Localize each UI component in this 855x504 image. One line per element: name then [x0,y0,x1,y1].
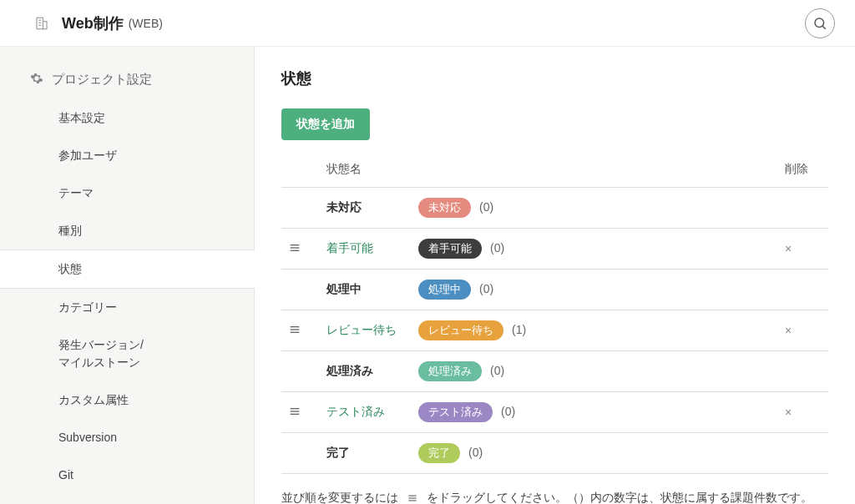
sidebar-heading-text: プロジェクト設定 [52,72,152,88]
status-name[interactable]: テスト済み [320,392,412,433]
sidebar-item[interactable]: Subversion [0,419,254,456]
page-title: 状態 [281,68,828,88]
delete-icon[interactable]: × [785,242,792,255]
sidebar-item[interactable]: カスタム属性 [0,381,254,419]
status-badge: レビュー待ち [418,320,503,340]
hint-text: 並び順を変更するには をドラッグしてください。（）内の数字は、状態に属する課題件… [281,489,828,504]
sidebar-item[interactable]: 発生バージョン/ マイルストーン [0,326,254,381]
status-count: (0) [479,282,493,295]
sidebar-item[interactable]: 状態 [0,249,255,289]
drag-handle-icon[interactable] [288,323,301,336]
status-count: (1) [512,323,526,336]
status-count: (0) [479,200,493,214]
svg-point-5 [815,18,824,28]
search-icon [812,16,827,31]
delete-icon[interactable]: × [785,324,792,337]
svg-rect-0 [37,18,43,29]
status-count: (0) [490,241,504,255]
status-table: 状態名 削除 未対応未対応(0)着手可能着手可能(0)×処理中処理中(0)レビュ… [281,152,828,474]
status-badge: 完了 [418,443,460,463]
sidebar-item[interactable]: テーマ [0,174,254,212]
table-row: レビュー待ちレビュー待ち(1)× [281,310,828,351]
drag-handle-icon[interactable] [288,241,301,255]
column-header-name: 状態名 [320,152,778,188]
status-badge: 着手可能 [418,239,482,259]
drag-icon [407,492,418,504]
sidebar-heading: プロジェクト設定 [0,65,254,99]
drag-handle-icon[interactable] [288,405,301,418]
add-status-button[interactable]: 状態を追加 [281,108,370,140]
main-content: 状態 状態を追加 状態名 削除 未対応未対応(0)着手可能着手可能(0)×処理中… [255,47,855,504]
table-row: テスト済みテスト済み(0)× [281,392,828,433]
sidebar-item[interactable]: カテゴリー [0,289,254,326]
header: Web制作 (WEB) [0,0,855,47]
sidebar-item[interactable]: 参加ユーザ [0,137,254,174]
table-row: 処理中処理中(0) [281,270,828,310]
status-name[interactable]: 着手可能 [320,229,412,270]
svg-rect-1 [43,21,48,28]
sidebar: プロジェクト設定 基本設定参加ユーザテーマ種別状態カテゴリー発生バージョン/ マ… [0,47,255,504]
sidebar-item[interactable]: インテグレーション [0,494,254,504]
status-count: (0) [501,405,515,418]
sidebar-item[interactable]: 基本設定 [0,99,254,137]
status-badge: テスト済み [418,402,493,422]
table-row: 着手可能着手可能(0)× [281,229,828,270]
status-name: 完了 [320,433,412,474]
header-title: Web制作 [62,13,124,33]
status-badge: 処理中 [418,280,471,300]
status-name: 未対応 [320,188,412,229]
delete-icon[interactable]: × [785,406,792,419]
sidebar-item[interactable]: 種別 [0,212,254,249]
status-badge: 未対応 [418,198,471,218]
building-icon [33,15,50,32]
table-row: 完了完了(0) [281,433,828,474]
status-name[interactable]: レビュー待ち [320,310,412,351]
column-header-delete: 削除 [778,152,828,188]
status-name: 処理中 [320,270,412,310]
table-row: 処理済み処理済み(0) [281,351,828,392]
gear-icon [30,72,43,88]
header-subtitle: (WEB) [129,17,163,30]
sidebar-item[interactable]: Git [0,456,254,494]
table-row: 未対応未対応(0) [281,188,828,229]
status-badge: 処理済み [418,361,482,381]
search-button[interactable] [805,8,835,38]
status-count: (0) [490,364,504,377]
status-count: (0) [468,446,483,459]
status-name: 処理済み [320,351,412,392]
svg-line-6 [822,26,826,29]
